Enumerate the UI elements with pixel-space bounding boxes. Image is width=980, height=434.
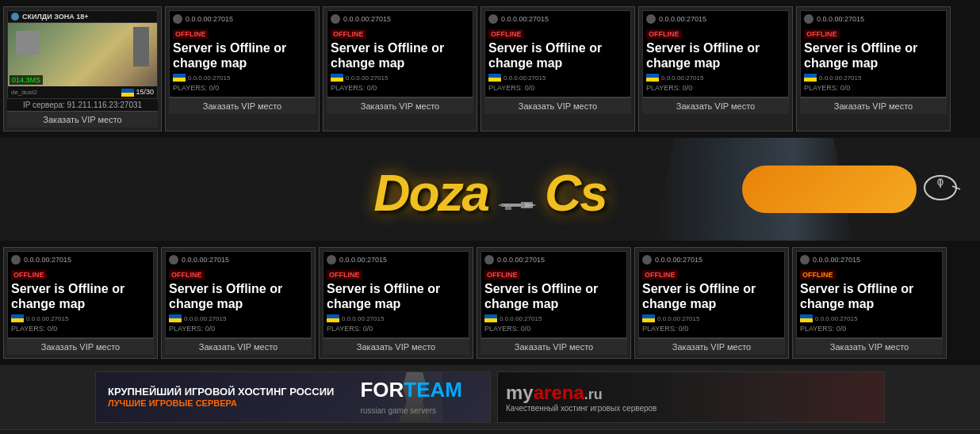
server-card-10[interactable]: 0.0.0.00:27015 OFFLINE Server is Offline… [477, 247, 631, 359]
first-card-info: de_dust2 15/30 [8, 86, 157, 98]
server-card-8[interactable]: 0.0.0.00:27015 OFFLINE Server is Offline… [161, 247, 316, 359]
flag-icon-8 [169, 314, 182, 322]
forteam-sub: russian game servers [360, 406, 436, 415]
offline-text-4: Server is Offline or change map [488, 40, 627, 70]
flag-icon-6 [804, 74, 817, 82]
flag-icon-4 [488, 74, 501, 82]
vip-link-6[interactable]: Заказать VIP место [800, 97, 947, 114]
flag-icon-10 [484, 314, 497, 322]
players-10: PLAYERS: 0/0 [484, 325, 623, 333]
myarena-sub: Качественный хостинг игровых серверов [506, 404, 657, 413]
flag-icon-11 [642, 314, 655, 322]
players-12: PLAYERS: 0/0 [800, 325, 939, 333]
globe-icon-6 [804, 14, 813, 24]
flag-icon-2 [173, 74, 186, 82]
vip-link-5[interactable]: Заказать VIP место [642, 97, 789, 114]
top-server-grid: СКИЛДИ ЗОНА 18+ 014.3MS de_dust2 15/30 I… [0, 0, 980, 138]
forteam-logo: FORTEAM [360, 378, 462, 402]
server-card-9[interactable]: 0.0.0.00:27015 OFFLINE Server is Offline… [319, 247, 473, 359]
myarena-ru: .ru [584, 386, 603, 402]
vip-link-1[interactable]: Заказать VIP место [7, 111, 158, 128]
bottom-server-grid: 0.0.0.00:27015 OFFLINE Server is Offline… [0, 241, 980, 365]
ping-display: 014.3MS [10, 75, 43, 85]
vip-link-4[interactable]: Заказать VIP место [484, 97, 631, 114]
ip-top-3: 0.0.0.00:27015 [331, 14, 469, 24]
map-preview: 014.3MS [8, 23, 157, 86]
ip-bottom-7: 0.0.0.00:27015 [11, 314, 150, 322]
logo-gun [497, 197, 537, 216]
mouse-icon [921, 172, 964, 207]
map-name: de_dust2 [11, 89, 37, 96]
card-inner-5: 0.0.0.00:27015 OFFLINE Server is Offline… [642, 10, 789, 97]
server-card-6[interactable]: 0.0.0.00:27015 OFFLINE Server is Offline… [796, 6, 951, 131]
players-8: PLAYERS: 0/0 [169, 325, 308, 333]
server-card-1[interactable]: СКИЛДИ ЗОНА 18+ 014.3MS de_dust2 15/30 I… [3, 6, 162, 131]
ip-bottom-2: 0.0.0.00:27015 [173, 74, 312, 82]
ip-bottom-11: 0.0.0.00:27015 [642, 314, 781, 322]
players-4: PLAYERS: 0/0 [488, 84, 627, 92]
flag-icon-3 [331, 74, 343, 82]
vip-link-10[interactable]: Заказать VIP место [480, 338, 627, 355]
offline-text-6: Server is Offline or change map [804, 40, 943, 70]
flag-icon-12 [800, 314, 813, 322]
offline-badge-8: OFFLINE [169, 270, 205, 280]
forteam-banner[interactable]: КРУПНЕЙШИЙ ИГРОВОЙ ХОСТИНГ РОССИИ ЛУЧШИЕ… [95, 371, 491, 423]
offline-badge-5: OFFLINE [646, 29, 682, 39]
myarena-text: myarena.ru [506, 382, 657, 404]
ip-bottom-3: 0.0.0.00:27015 [331, 74, 469, 82]
card-inner-12: 0.0.0.00:27015 OFFLINE Server is Offline… [796, 251, 943, 338]
players-3: PLAYERS: 0/0 [331, 84, 469, 92]
offline-badge-7: OFFLINE [11, 270, 47, 280]
ip-top-7: 0.0.0.00:27015 [11, 255, 150, 265]
forteam-for: FOR [360, 378, 404, 402]
forteam-team: TEAM [404, 378, 462, 402]
offline-text-7: Server is Offline or change map [11, 281, 150, 311]
ip-top-4: 0.0.0.00:27015 [488, 14, 627, 24]
ip-bottom-6: 0.0.0.00:27015 [804, 74, 943, 82]
players-6: PLAYERS: 0/0 [804, 84, 943, 92]
vip-link-12[interactable]: Заказать VIP место [796, 338, 943, 355]
server-card-4[interactable]: 0.0.0.00:27015 OFFLINE Server is Offline… [480, 6, 635, 131]
vip-link-8[interactable]: Заказать VIP место [165, 338, 312, 355]
myarena-banner[interactable]: myarena.ru Качественный хостинг игровых … [497, 371, 885, 423]
server-card-11[interactable]: 0.0.0.00:27015 OFFLINE Server is Offline… [634, 247, 789, 359]
offline-badge-3: OFFLINE [331, 29, 366, 39]
flag-icon [121, 89, 134, 97]
offline-text-10: Server is Offline or change map [484, 281, 623, 311]
server-card-3[interactable]: 0.0.0.00:27015 OFFLINE Server is Offline… [323, 6, 477, 131]
ip-top-12: 0.0.0.00:27015 [800, 255, 939, 265]
globe-icon-8 [169, 255, 178, 265]
vip-link-7[interactable]: Заказать VIP место [7, 338, 154, 355]
globe-icon-4 [488, 14, 498, 24]
myarena-my: my [506, 382, 534, 403]
card-inner-4: 0.0.0.00:27015 OFFLINE Server is Offline… [484, 10, 631, 97]
offline-badge-10: OFFLINE [484, 270, 520, 280]
offline-text-11: Server is Offline or change map [642, 281, 781, 311]
server-icon [11, 13, 19, 21]
players-11: PLAYERS: 0/0 [642, 325, 781, 333]
server-card-5[interactable]: 0.0.0.00:27015 OFFLINE Server is Offline… [638, 6, 793, 131]
server-card-2[interactable]: 0.0.0.00:27015 OFFLINE Server is Offline… [165, 6, 320, 131]
offline-text-9: Server is Offline or change map [327, 281, 465, 311]
ip-bottom-10: 0.0.0.00:27015 [484, 314, 623, 322]
ip-bottom-5: 0.0.0.00:27015 [646, 74, 785, 82]
globe-icon-10 [484, 255, 494, 265]
nav-bar: Главная Форум COD Читы Minecraft CS 1.6 … [0, 429, 980, 434]
forteam-top-text: КРУПНЕЙШИЙ ИГРОВОЙ ХОСТИНГ РОССИИ [108, 386, 334, 398]
ip-server-line: IP сервера: 91.211.116.23:27031 [7, 99, 158, 111]
vip-link-3[interactable]: Заказать VIP место [327, 97, 473, 114]
ip-bottom-8: 0.0.0.00:27015 [169, 314, 308, 322]
offline-badge-11: OFFLINE [642, 270, 678, 280]
globe-icon-12 [800, 255, 810, 265]
ip-top-10: 0.0.0.00:27015 [484, 255, 623, 265]
flag-icon-9 [327, 314, 339, 322]
myarena-arena: arena [534, 382, 584, 403]
offline-text-2: Server is Offline or change map [173, 40, 312, 70]
vip-link-2[interactable]: Заказать VIP место [169, 97, 316, 114]
server-card-12[interactable]: 0.0.0.00:27015 OFFLINE Server is Offline… [792, 247, 947, 359]
vip-link-11[interactable]: Заказать VIP место [638, 338, 785, 355]
vip-link-9[interactable]: Заказать VIP место [323, 338, 469, 355]
offline-text-3: Server is Offline or change map [331, 40, 469, 70]
orange-blob [742, 166, 917, 213]
server-card-7[interactable]: 0.0.0.00:27015 OFFLINE Server is Offline… [3, 247, 158, 359]
